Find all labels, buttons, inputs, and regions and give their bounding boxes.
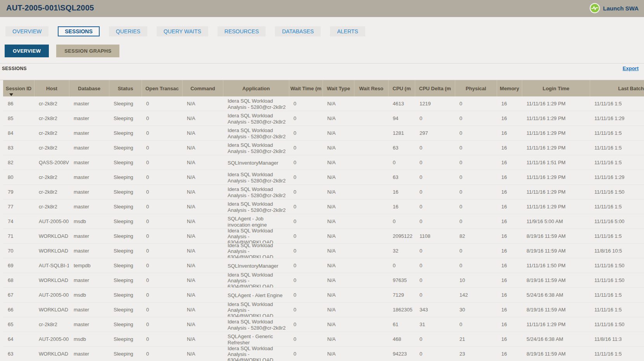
tab-alerts[interactable]: ALERTS: [330, 26, 365, 36]
column-header-session_id[interactable]: Session ID: [3, 80, 34, 96]
column-header-application[interactable]: Application: [223, 80, 289, 96]
cell-memory: 16: [497, 317, 522, 332]
column-header-physical[interactable]: Physical: [455, 80, 497, 96]
column-header-login_time[interactable]: Login Time: [522, 80, 590, 96]
cell-login_time: 8/19/16 11:59 AM: [522, 244, 590, 258]
cell-host: cr-2k8r2: [34, 96, 69, 111]
cell-login_time: 11/11/16 1:29 PM: [522, 317, 590, 332]
cell-wait_reso: [354, 258, 388, 273]
cell-database: master: [69, 126, 109, 140]
cell-last_batch: 11/11/16 1:50: [590, 258, 644, 273]
tab-query-waits[interactable]: QUERY WAITS: [157, 26, 208, 36]
cell-status: Sleeping: [109, 170, 142, 184]
cell-database: master: [69, 141, 109, 155]
cell-database: master: [69, 199, 109, 214]
cell-cpu: 97635: [388, 273, 415, 287]
cell-wait_type: N/A: [323, 244, 354, 258]
column-header-memory[interactable]: Memory: [497, 80, 522, 96]
cell-login_time: 11/11/16 1:29 PM: [522, 126, 590, 140]
cell-cpu_delta: 0: [415, 185, 455, 199]
table-row[interactable]: 84cr-2k8r2masterSleeping0N/AIdera SQL Wo…: [3, 126, 644, 141]
table-row[interactable]: 77cr-2k8r2masterSleeping0N/AIdera SQL Wo…: [3, 199, 644, 214]
cell-login_time: 11/11/16 1:29 PM: [522, 185, 590, 199]
cell-status: Sleeping: [109, 155, 142, 170]
column-header-open_trans[interactable]: Open Transac: [142, 80, 182, 96]
cell-open_trans: 0: [142, 244, 182, 258]
cell-host: AUT-2005-001: [34, 214, 69, 229]
column-header-cpu_delta[interactable]: CPU Delta (m: [415, 80, 455, 96]
cell-host: cr-2k8r2: [34, 170, 69, 184]
table-row[interactable]: 68WORKLOADmasterSleeping0N/AIdera SQL Wo…: [3, 273, 644, 288]
table-row[interactable]: 74AUT-2005-001msdbSleeping0N/ASQLAgent -…: [3, 214, 644, 229]
cell-command: N/A: [182, 126, 223, 140]
table-row[interactable]: 69AUT-SQLBI-112tempdbSleeping0N/ASQLInve…: [3, 258, 644, 273]
column-header-wait_reso[interactable]: Wait Reso: [354, 80, 388, 96]
cell-host: WORKLOAD: [34, 229, 69, 243]
table-row[interactable]: 70WORKLOADmasterSleeping0N/AIdera SQL Wo…: [3, 244, 644, 258]
cell-cpu_delta: 0: [415, 258, 455, 273]
column-header-cpu[interactable]: CPU (m: [388, 80, 415, 96]
cell-session_id: 85: [3, 111, 34, 125]
cell-session_id: 82: [3, 155, 34, 170]
cell-session_id: 67: [3, 288, 34, 302]
table-row[interactable]: 83cr-2k8r2masterSleeping0N/AIdera SQL Wo…: [3, 141, 644, 155]
cell-open_trans: 0: [142, 185, 182, 199]
table-row[interactable]: 86cr-2k8r2masterSleeping0N/AIdera SQL Wo…: [3, 96, 644, 111]
cell-login_time: 11/11/16 1:29 PM: [522, 111, 590, 125]
cell-cpu_delta: 0: [415, 170, 455, 184]
table-row[interactable]: 71WORKLOADmasterSleeping0N/AIdera SQL Wo…: [3, 229, 644, 244]
subtab-session-graphs[interactable]: SESSION GRAPHS: [56, 45, 119, 57]
cell-wait_reso: [354, 126, 388, 140]
tab-overview[interactable]: OVERVIEW: [5, 26, 48, 36]
table-row[interactable]: 82QASS-2008VM6masterSleeping0N/ASQLInven…: [3, 155, 644, 170]
table-row[interactable]: 66WORKLOADmasterSleeping0N/AIdera SQL Wo…: [3, 303, 644, 317]
cell-cpu_delta: 0: [415, 199, 455, 214]
cell-cpu: 0: [388, 258, 415, 273]
tab-resources[interactable]: RESOURCES: [218, 26, 266, 36]
cell-status: Sleeping: [109, 273, 142, 287]
table-row[interactable]: 67AUT-2005-001msdbSleeping0N/ASQLAgent -…: [3, 288, 644, 303]
cell-wait_time: 0: [289, 185, 323, 199]
launch-swa-button[interactable]: Launch SWA: [590, 3, 639, 13]
column-header-host[interactable]: Host: [34, 80, 69, 96]
export-link[interactable]: Export: [623, 65, 639, 71]
cell-status: Sleeping: [109, 229, 142, 243]
cell-status: Sleeping: [109, 258, 142, 273]
cell-last_batch: 11/11/16 1:5: [590, 96, 644, 111]
column-header-last_batch[interactable]: Last Batch: [590, 80, 644, 96]
cell-session_id: 70: [3, 244, 34, 258]
cell-login_time: 11/11/16 1:29 PM: [522, 199, 590, 214]
cell-memory: 16: [497, 214, 522, 229]
table-row[interactable]: 85cr-2k8r2masterSleeping0N/AIdera SQL Wo…: [3, 111, 644, 126]
column-header-command[interactable]: Command: [182, 80, 223, 96]
tab-queries[interactable]: QUERIES: [109, 26, 147, 36]
column-header-status[interactable]: Status: [109, 80, 142, 96]
cell-cpu: 7129: [388, 288, 415, 302]
cell-wait_reso: [354, 288, 388, 302]
cell-last_batch: 11/11/16 1:50: [590, 317, 644, 332]
table-row[interactable]: 63WORKLOADmasterSleeping0N/AIdera SQL Wo…: [3, 347, 644, 361]
cell-memory: 16: [497, 288, 522, 302]
cell-wait_time: 0: [289, 258, 323, 273]
cell-host: AUT-2005-001: [34, 288, 69, 302]
table-row[interactable]: 64AUT-2005-001msdbSleeping0N/ASQLAgent -…: [3, 332, 644, 347]
subtab-overview[interactable]: OVERVIEW: [5, 45, 49, 57]
cell-wait_time: 0: [289, 229, 323, 243]
cell-login_time: 11/11/16 1:50 PM: [522, 258, 590, 273]
table-row[interactable]: 79cr-2k8r2masterSleeping0N/AIdera SQL Wo…: [3, 185, 644, 199]
cell-session_id: 83: [3, 141, 34, 155]
table-row[interactable]: 65cr-2k8r2masterSleeping0N/AIdera SQL Wo…: [3, 317, 644, 332]
tab-databases[interactable]: DATABASES: [275, 26, 321, 36]
column-header-database[interactable]: Database: [69, 80, 109, 96]
cell-wait_time: 0: [289, 317, 323, 332]
cell-status: Sleeping: [109, 332, 142, 346]
cell-status: Sleeping: [109, 214, 142, 229]
column-header-wait_type[interactable]: Wait Type: [323, 80, 354, 96]
cell-physical: 0: [455, 96, 497, 111]
table-row[interactable]: 80cr-2k8r2masterSleeping0N/AIdera SQL Wo…: [3, 170, 644, 185]
column-header-wait_time[interactable]: Wait Time (m: [289, 80, 323, 96]
cell-application: Idera SQL Workload Analysis - 6304@WORKL…: [223, 303, 289, 317]
tab-sessions[interactable]: SESSIONS: [58, 26, 100, 36]
cell-session_id: 66: [3, 303, 34, 317]
cell-login_time: 11/11/16 1:29 PM: [522, 96, 590, 111]
